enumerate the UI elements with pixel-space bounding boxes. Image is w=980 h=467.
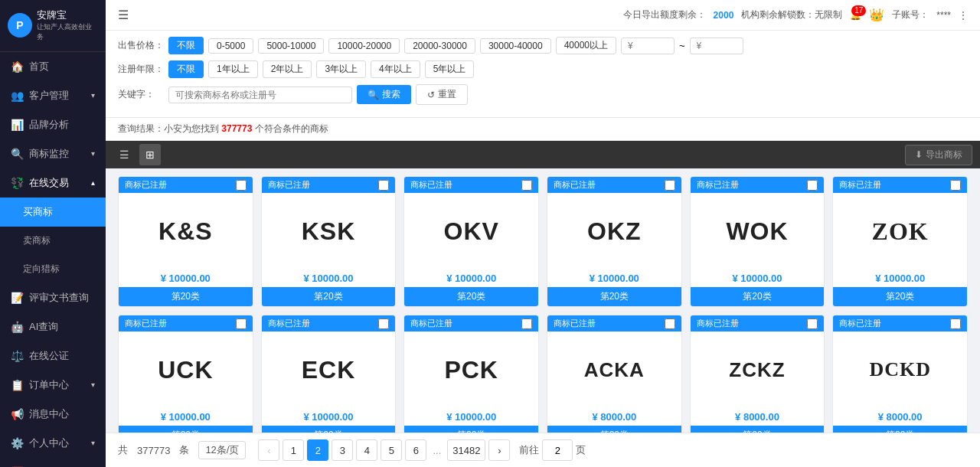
customers-icon: 👥 (11, 90, 23, 102)
sidebar-item-profile[interactable]: ⚙️ 个人中心 ▾ (0, 429, 106, 458)
year-filter-row: 注册年限： 不限 1年以上 2年以上 3年以上 4年以上 5年以上 (118, 60, 968, 78)
page-btn-6[interactable]: 6 (405, 439, 426, 461)
trademark-card-11[interactable]: 商标已注册 DCKD ¥ 8000.00 第20类 (832, 315, 968, 433)
trademark-card-3[interactable]: 商标已注册 OKZ ¥ 10000.00 第20类 (547, 176, 682, 307)
sidebar-item-home[interactable]: 🏠 首页 (0, 52, 106, 81)
price-btn-6[interactable]: 40000以上 (556, 37, 616, 54)
sidebar-label-buy: 买商标 (23, 205, 53, 219)
card-category-11: 第20类 (833, 426, 967, 433)
card-checkbox-5[interactable] (950, 180, 961, 191)
trademark-card-4[interactable]: 商标已注册 WOK ¥ 10000.00 第20类 (690, 176, 825, 307)
sidebar-item-notary[interactable]: ⚖️ 在线公证 (0, 341, 106, 371)
page-size[interactable]: 12条/页 (198, 441, 246, 459)
notification-bell[interactable]: 🔔 17 (850, 10, 861, 21)
price-btn-4[interactable]: 20000-30000 (404, 38, 475, 54)
card-checkbox-11[interactable] (950, 318, 961, 329)
grid-view-btn[interactable]: ⊞ (139, 144, 161, 165)
sidebar-item-customers[interactable]: 👥 客户管理 ▾ (0, 81, 106, 110)
more-options-icon[interactable]: ⋮ (959, 10, 968, 21)
year-btn-5[interactable]: 5年以上 (425, 60, 475, 78)
year-btn-2[interactable]: 2年以上 (263, 60, 312, 78)
year-btn-0[interactable]: 不限 (168, 60, 204, 78)
sidebar-item-ai[interactable]: 🤖 AI查询 (0, 312, 106, 341)
list-view-btn[interactable]: ☰ (113, 144, 135, 165)
sidebar-sub-target[interactable]: 定向猎标 (0, 255, 106, 283)
year-btn-3[interactable]: 3年以上 (316, 60, 366, 78)
card-checkbox-7[interactable] (378, 318, 389, 329)
price-btn-5[interactable]: 30000-40000 (480, 38, 551, 54)
sidebar-item-messages[interactable]: 📢 消息中心 (0, 400, 106, 429)
card-checkbox-9[interactable] (665, 318, 675, 329)
price-from-input[interactable] (621, 38, 675, 54)
card-body-8: PCK (404, 331, 538, 408)
page-btn-4[interactable]: 4 (356, 439, 377, 461)
app-sub: 让知产人高效创业务 (37, 22, 98, 42)
card-status-10: 商标已注册 (697, 318, 739, 329)
sidebar-item-brand[interactable]: 📊 品牌分析 (0, 110, 106, 139)
reset-button[interactable]: ↺ 重置 (416, 84, 468, 105)
trademark-card-7[interactable]: 商标已注册 ECK ¥ 10000.00 第20类 (261, 315, 397, 433)
jump-suffix: 页 (576, 443, 586, 457)
sidebar-sub-buy[interactable]: 买商标 (0, 198, 106, 227)
total-count-prefix: 共 (118, 443, 128, 457)
price-btn-1[interactable]: 0-5000 (208, 38, 253, 54)
trademark-card-8[interactable]: 商标已注册 PCK ¥ 10000.00 第20类 (403, 315, 539, 433)
page-btn-3[interactable]: 3 (332, 439, 353, 461)
trademark-card-10[interactable]: 商标已注册 ZCKZ ¥ 8000.00 第20类 (690, 315, 825, 433)
price-btn-0[interactable]: 不限 (168, 37, 204, 54)
sidebar-item-review[interactable]: 📝 评审文书查询 (0, 283, 106, 312)
card-price-10: ¥ 8000.00 (691, 408, 825, 426)
trademark-card-2[interactable]: 商标已注册 OKV ¥ 10000.00 第20类 (403, 176, 539, 307)
card-checkbox-8[interactable] (521, 318, 532, 329)
page-btn-5[interactable]: 5 (381, 439, 402, 461)
monitor-icon: 🔍 (11, 148, 23, 160)
price-to-input[interactable] (690, 38, 743, 54)
sidebar-item-devlog[interactable]: 📅 开发日志 (0, 458, 106, 467)
user-value: **** (936, 10, 951, 21)
page-btn-last[interactable]: 31482 (447, 439, 485, 461)
year-btn-4[interactable]: 4年以上 (371, 60, 420, 78)
card-checkbox-6[interactable] (236, 318, 247, 329)
chevron-up-icon: ▴ (91, 178, 95, 187)
trademark-card-6[interactable]: 商标已注册 UCK ¥ 10000.00 第20类 (118, 315, 253, 433)
page-btn-2[interactable]: 2 (307, 439, 328, 461)
sidebar-label-orders: 订单中心 (29, 378, 69, 392)
card-header-10: 商标已注册 (691, 315, 825, 331)
trademark-card-5[interactable]: 商标已注册 ZOK ¥ 10000.00 第20类 (832, 176, 968, 307)
result-suffix: 个符合条件的商标 (252, 123, 328, 134)
sidebar-label-sell: 卖商标 (23, 234, 51, 247)
trademark-card-9[interactable]: 商标已注册 ACKA ¥ 8000.00 第20类 (547, 315, 682, 433)
sidebar-item-monitor[interactable]: 🔍 商标监控 ▾ (0, 139, 106, 168)
year-btn-1[interactable]: 1年以上 (208, 60, 258, 78)
reset-icon: ↺ (427, 90, 435, 100)
search-button[interactable]: 🔍 搜索 (357, 85, 411, 104)
card-checkbox-3[interactable] (665, 180, 675, 191)
export-icon: ⬇ (915, 149, 923, 160)
card-checkbox-0[interactable] (236, 180, 247, 191)
price-btn-3[interactable]: 10000-20000 (328, 38, 400, 54)
menu-toggle-icon[interactable]: ☰ (118, 8, 129, 22)
sidebar-item-trade[interactable]: 💱 在线交易 ▴ (0, 168, 106, 198)
year-label: 注册年限： (118, 63, 164, 76)
price-filter-row: 出售价格： 不限 0-5000 5000-10000 10000-20000 2… (118, 37, 968, 54)
trademark-card-0[interactable]: 商标已注册 K&S ¥ 10000.00 第20类 (118, 176, 253, 307)
sidebar-sub-sell[interactable]: 卖商标 (0, 227, 106, 255)
prev-page-btn[interactable]: ‹ (258, 439, 279, 461)
price-btn-2[interactable]: 5000-10000 (258, 38, 324, 54)
export-button[interactable]: ⬇ 导出商标 (905, 145, 972, 165)
card-checkbox-4[interactable] (807, 180, 818, 191)
card-header-3: 商标已注册 (547, 177, 681, 193)
page-jump-input[interactable] (542, 439, 573, 461)
card-checkbox-10[interactable] (807, 318, 818, 329)
sidebar-item-orders[interactable]: 📋 订单中心 ▾ (0, 371, 106, 400)
card-checkbox-2[interactable] (521, 180, 532, 191)
trademark-card-1[interactable]: 商标已注册 KSK ¥ 10000.00 第20类 (261, 176, 397, 307)
card-price-6: ¥ 10000.00 (119, 408, 253, 426)
page-btn-1[interactable]: 1 (283, 439, 304, 461)
filter-area: 出售价格： 不限 0-5000 5000-10000 10000-20000 2… (106, 31, 980, 118)
keyword-input[interactable] (168, 87, 352, 103)
card-checkbox-1[interactable] (378, 180, 389, 191)
next-page-btn[interactable]: › (488, 439, 510, 461)
result-prefix: 查询结果：小安为您找到 (118, 123, 221, 134)
result-count: 377773 (221, 123, 252, 134)
